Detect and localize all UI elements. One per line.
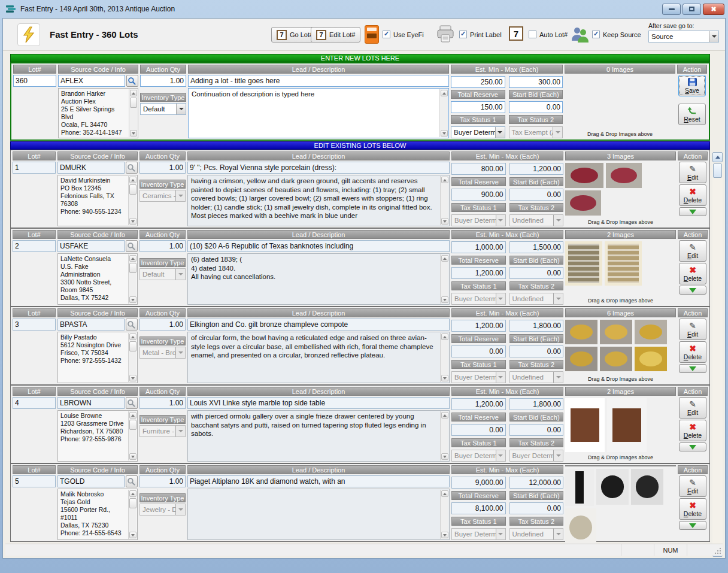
- images-drop-area[interactable]: [565, 397, 676, 453]
- description-scrollbar[interactable]: [440, 411, 448, 460]
- source-search-button[interactable]: [126, 319, 138, 331]
- source-info-scrollbar[interactable]: [128, 490, 136, 539]
- edit-button[interactable]: ✎ Edit: [679, 475, 706, 497]
- description-box[interactable]: of circular form, the bowl having a reti…: [187, 332, 450, 383]
- lot-image-banknotes-front[interactable]: [565, 241, 602, 286]
- inventory-type-dropdown-button[interactable]: [176, 104, 186, 114]
- scroll-up-icon[interactable]: [130, 90, 137, 96]
- auction-qty-field[interactable]: [139, 319, 186, 331]
- auto-lot-checkbox[interactable]: [529, 31, 536, 38]
- description-box[interactable]: (6) dated 1839; ( 4) dated 1840. All hav…: [187, 253, 450, 305]
- source-info-box[interactable]: David Murkinstein PO Box 12345 Felonious…: [57, 175, 138, 226]
- inventory-type-select[interactable]: Default: [139, 268, 186, 280]
- scrollbar-thumb[interactable]: [129, 498, 136, 508]
- inventory-type-dropdown-button[interactable]: [175, 190, 185, 201]
- source-code-field[interactable]: [57, 475, 125, 487]
- tax-status-2-select[interactable]: Undefined: [509, 214, 564, 226]
- source-search-button[interactable]: [126, 75, 138, 87]
- scroll-down-icon[interactable]: [129, 218, 136, 225]
- description-scrollbar[interactable]: [439, 89, 448, 137]
- est-max-field[interactable]: [509, 477, 564, 489]
- inventory-type-select[interactable]: Metal - Bro: [139, 347, 186, 359]
- use-eyefi-toggle[interactable]: Use EyeFi: [383, 31, 424, 38]
- auction-qty-field[interactable]: [139, 475, 186, 487]
- lead-field[interactable]: [187, 319, 450, 331]
- scroll-up-icon[interactable]: [441, 255, 448, 262]
- tax-status-1-select[interactable]: Buyer Determ: [451, 126, 505, 138]
- scroll-down-icon[interactable]: [129, 296, 136, 303]
- tax-status-1-select[interactable]: Buyer Determ: [451, 371, 506, 383]
- source-code-field[interactable]: [57, 240, 125, 252]
- scroll-down-icon[interactable]: [129, 453, 136, 460]
- images-drop-area[interactable]: [565, 468, 676, 547]
- scrollbar-thumb[interactable]: [129, 263, 136, 273]
- source-info-scrollbar[interactable]: [128, 411, 136, 460]
- tax-status-1-select[interactable]: Buyer Determ: [451, 293, 506, 305]
- total-reserve-field[interactable]: [451, 502, 506, 514]
- est-max-field[interactable]: [509, 241, 564, 253]
- inventory-type-select[interactable]: Jewelry - D: [139, 504, 186, 516]
- print-label-toggle[interactable]: Print Label: [459, 31, 502, 38]
- source-info-scrollbar[interactable]: [128, 333, 136, 382]
- tax1-dropdown-button[interactable]: [496, 372, 505, 383]
- tax2-dropdown-button[interactable]: [553, 529, 563, 539]
- tax1-dropdown-button[interactable]: [495, 127, 505, 138]
- lead-field[interactable]: [188, 75, 449, 87]
- lead-field[interactable]: [187, 162, 450, 174]
- source-search-button[interactable]: [126, 397, 138, 409]
- scroll-up-icon[interactable]: [441, 177, 448, 183]
- print-label-checkbox[interactable]: [459, 31, 467, 38]
- tax-status-2-select[interactable]: Buyer Determ: [509, 450, 564, 462]
- source-info-box[interactable]: LaNette Consuela U.S. Fake Administratio…: [57, 253, 138, 305]
- keep-source-toggle[interactable]: Keep Source: [592, 31, 641, 38]
- close-button[interactable]: ✖: [703, 4, 724, 15]
- description-box[interactable]: having a crimson, yellow and dark green …: [187, 175, 450, 226]
- start-bid-field[interactable]: [509, 101, 563, 113]
- lot-image-bowl-underside[interactable]: [565, 347, 597, 371]
- source-info-box[interactable]: Louise Browne 1203 Grassmere Drive Richa…: [57, 410, 138, 462]
- delete-button[interactable]: ✖ Delete: [679, 341, 706, 363]
- start-bid-field[interactable]: [509, 502, 564, 514]
- maximize-button[interactable]: [682, 4, 701, 15]
- after-save-dropdown-button[interactable]: [709, 31, 718, 42]
- source-code-field[interactable]: [57, 162, 125, 174]
- scroll-down-icon[interactable]: [130, 130, 137, 137]
- tax-status-2-select[interactable]: Undefined: [509, 528, 564, 540]
- keep-source-checkbox[interactable]: [592, 31, 600, 38]
- move-down-button[interactable]: [679, 286, 706, 295]
- inventory-type-dropdown-button[interactable]: [175, 269, 185, 280]
- est-max-field[interactable]: [509, 163, 564, 175]
- scroll-up-icon[interactable]: [441, 490, 448, 497]
- tax1-dropdown-button[interactable]: [496, 215, 505, 226]
- total-reserve-field[interactable]: [451, 424, 506, 436]
- lot-image-banknotes-back[interactable]: [605, 241, 642, 286]
- images-drop-area[interactable]: [565, 162, 676, 218]
- est-min-field[interactable]: [451, 477, 506, 489]
- scroll-down-icon[interactable]: [441, 296, 448, 303]
- tax1-dropdown-button[interactable]: [496, 529, 505, 539]
- est-max-field[interactable]: [509, 398, 564, 410]
- description-scrollbar[interactable]: [440, 254, 448, 304]
- lot-image-watch-strap[interactable]: [565, 469, 594, 506]
- source-info-scrollbar[interactable]: [129, 89, 137, 137]
- tax-status-2-select[interactable]: Tax Exempt (A: [509, 126, 563, 138]
- lead-field[interactable]: [187, 475, 450, 487]
- tax-status-2-select[interactable]: Undefined: [509, 371, 564, 383]
- after-save-select[interactable]: Source: [648, 31, 719, 43]
- auction-qty-field[interactable]: [139, 397, 186, 409]
- scroll-up-icon[interactable]: [129, 490, 136, 497]
- lot-number-field[interactable]: [13, 397, 56, 409]
- source-code-field[interactable]: [58, 75, 125, 87]
- tax2-dropdown-button[interactable]: [553, 293, 563, 304]
- source-info-box[interactable]: Malik Nobrosko Tejas Gold 15600 Porter R…: [57, 489, 138, 540]
- description-box[interactable]: [187, 489, 450, 540]
- description-scrollbar[interactable]: [440, 176, 448, 225]
- scroll-up-icon[interactable]: [129, 255, 136, 262]
- tax2-dropdown-button[interactable]: [553, 372, 563, 383]
- delete-button[interactable]: ✖ Delete: [679, 263, 706, 284]
- lot-image-side-table-front[interactable]: [565, 398, 605, 452]
- auction-qty-field[interactable]: [140, 75, 186, 87]
- scroll-down-icon[interactable]: [129, 375, 136, 381]
- scroll-up-icon[interactable]: [441, 90, 448, 96]
- scrollbar-thumb[interactable]: [713, 163, 722, 178]
